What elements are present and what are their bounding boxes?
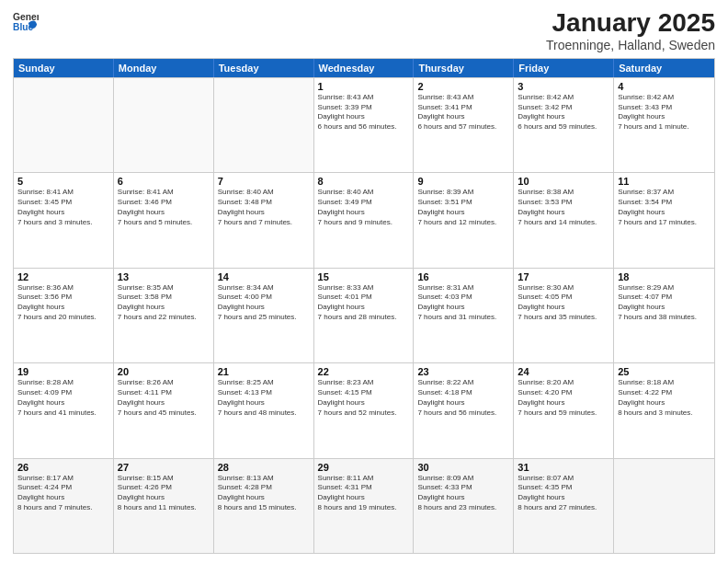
day-number: 2 [417,81,509,92]
day-cell-16: 16Sunrise: 8:31 AMSunset: 4:03 PMDayligh… [414,269,514,362]
title-area: January 2025 Troenninge, Halland, Sweden [546,9,715,52]
day-info: Sunrise: 8:36 AMSunset: 3:56 PMDaylight … [17,283,109,323]
day-number: 28 [218,462,310,473]
header-day-monday: Monday [114,59,214,77]
svg-text:General: General [13,12,39,22]
day-cell-15: 15Sunrise: 8:33 AMSunset: 4:01 PMDayligh… [314,269,415,362]
day-info: Sunrise: 8:11 AMSunset: 4:31 PMDaylight … [318,474,410,513]
day-cell-17: 17Sunrise: 8:30 AMSunset: 4:05 PMDayligh… [514,269,614,362]
day-info: Sunrise: 8:17 AMSunset: 4:24 PMDaylight … [17,474,109,513]
day-number: 16 [417,271,509,282]
day-number: 10 [518,176,609,187]
day-cell-26: 26Sunrise: 8:17 AMSunset: 4:24 PMDayligh… [14,459,114,553]
day-number: 15 [318,271,410,282]
day-number: 22 [318,366,410,377]
day-number: 19 [17,366,109,377]
day-number: 5 [17,176,109,187]
day-cell-12: 12Sunrise: 8:36 AMSunset: 3:56 PMDayligh… [14,269,114,362]
day-cell-9: 9Sunrise: 8:39 AMSunset: 3:51 PMDaylight… [414,173,514,267]
day-number: 23 [417,366,509,377]
day-info: Sunrise: 8:34 AMSunset: 4:00 PMDaylight … [218,283,310,323]
month-title: January 2025 [546,9,715,38]
day-cell-31: 31Sunrise: 8:07 AMSunset: 4:35 PMDayligh… [514,459,614,553]
day-info: Sunrise: 8:40 AMSunset: 3:49 PMDaylight … [318,188,410,227]
day-number: 7 [218,176,310,187]
day-info: Sunrise: 8:38 AMSunset: 3:53 PMDaylight … [518,188,609,227]
day-info: Sunrise: 8:30 AMSunset: 4:05 PMDaylight … [518,283,609,323]
calendar-body: 1Sunrise: 8:43 AMSunset: 3:39 PMDaylight… [14,77,714,553]
empty-cell [114,78,214,172]
day-cell-25: 25Sunrise: 8:18 AMSunset: 4:22 PMDayligh… [614,363,714,457]
day-cell-8: 8Sunrise: 8:40 AMSunset: 3:49 PMDaylight… [314,173,415,267]
empty-cell [214,78,314,172]
day-cell-18: 18Sunrise: 8:29 AMSunset: 4:07 PMDayligh… [614,269,714,362]
day-number: 24 [518,366,609,377]
day-cell-14: 14Sunrise: 8:34 AMSunset: 4:00 PMDayligh… [214,269,314,362]
day-info: Sunrise: 8:43 AMSunset: 3:41 PMDaylight … [417,93,509,132]
day-info: Sunrise: 8:22 AMSunset: 4:18 PMDaylight … [417,378,509,418]
day-number: 26 [17,462,109,473]
day-cell-24: 24Sunrise: 8:20 AMSunset: 4:20 PMDayligh… [514,363,614,457]
day-cell-2: 2Sunrise: 8:43 AMSunset: 3:41 PMDaylight… [414,78,514,172]
day-cell-20: 20Sunrise: 8:26 AMSunset: 4:11 PMDayligh… [114,363,214,457]
day-cell-30: 30Sunrise: 8:09 AMSunset: 4:33 PMDayligh… [414,459,514,553]
day-cell-1: 1Sunrise: 8:43 AMSunset: 3:39 PMDaylight… [314,78,415,172]
calendar-row-4: 26Sunrise: 8:17 AMSunset: 4:24 PMDayligh… [14,458,714,553]
day-info: Sunrise: 8:42 AMSunset: 3:42 PMDaylight … [518,93,609,132]
calendar: SundayMondayTuesdayWednesdayThursdayFrid… [13,58,715,554]
header-day-thursday: Thursday [414,59,514,77]
day-cell-21: 21Sunrise: 8:25 AMSunset: 4:13 PMDayligh… [214,363,314,457]
day-number: 13 [118,271,210,282]
day-info: Sunrise: 8:41 AMSunset: 3:45 PMDaylight … [17,188,109,227]
day-number: 31 [518,462,609,473]
svg-text:Blue: Blue [13,22,34,32]
day-info: Sunrise: 8:09 AMSunset: 4:33 PMDaylight … [417,474,509,513]
day-cell-4: 4Sunrise: 8:42 AMSunset: 3:43 PMDaylight… [614,78,714,172]
day-cell-22: 22Sunrise: 8:23 AMSunset: 4:15 PMDayligh… [314,363,415,457]
header-day-saturday: Saturday [614,59,714,77]
day-cell-10: 10Sunrise: 8:38 AMSunset: 3:53 PMDayligh… [514,173,614,267]
day-number: 9 [417,176,509,187]
day-info: Sunrise: 8:31 AMSunset: 4:03 PMDaylight … [417,283,509,323]
day-cell-23: 23Sunrise: 8:22 AMSunset: 4:18 PMDayligh… [414,363,514,457]
day-cell-6: 6Sunrise: 8:41 AMSunset: 3:46 PMDaylight… [114,173,214,267]
day-cell-28: 28Sunrise: 8:13 AMSunset: 4:28 PMDayligh… [214,459,314,553]
day-info: Sunrise: 8:18 AMSunset: 4:22 PMDaylight … [618,378,711,418]
day-cell-5: 5Sunrise: 8:41 AMSunset: 3:45 PMDaylight… [14,173,114,267]
day-number: 27 [118,462,210,473]
day-number: 30 [417,462,509,473]
day-number: 17 [518,271,609,282]
day-cell-19: 19Sunrise: 8:28 AMSunset: 4:09 PMDayligh… [14,363,114,457]
header-day-sunday: Sunday [14,59,114,77]
day-info: Sunrise: 8:23 AMSunset: 4:15 PMDaylight … [318,378,410,418]
calendar-header: SundayMondayTuesdayWednesdayThursdayFrid… [14,59,714,77]
empty-cell [614,459,714,553]
day-info: Sunrise: 8:28 AMSunset: 4:09 PMDaylight … [17,378,109,418]
calendar-row-0: 1Sunrise: 8:43 AMSunset: 3:39 PMDaylight… [14,77,714,172]
day-cell-7: 7Sunrise: 8:40 AMSunset: 3:48 PMDaylight… [214,173,314,267]
day-number: 6 [118,176,210,187]
day-info: Sunrise: 8:15 AMSunset: 4:26 PMDaylight … [118,474,210,513]
day-info: Sunrise: 8:33 AMSunset: 4:01 PMDaylight … [318,283,410,323]
logo-icon: General Blue [13,9,39,35]
day-number: 8 [318,176,410,187]
day-info: Sunrise: 8:40 AMSunset: 3:48 PMDaylight … [218,188,310,227]
day-info: Sunrise: 8:35 AMSunset: 3:58 PMDaylight … [118,283,210,323]
location: Troenninge, Halland, Sweden [546,38,715,52]
empty-cell [14,78,114,172]
header-day-tuesday: Tuesday [214,59,314,77]
day-info: Sunrise: 8:07 AMSunset: 4:35 PMDaylight … [518,474,609,513]
page-header: General Blue January 2025 Troenninge, Ha… [13,9,715,52]
day-number: 4 [618,81,711,92]
day-info: Sunrise: 8:41 AMSunset: 3:46 PMDaylight … [118,188,210,227]
day-cell-29: 29Sunrise: 8:11 AMSunset: 4:31 PMDayligh… [314,459,415,553]
logo: General Blue [13,9,39,35]
day-info: Sunrise: 8:25 AMSunset: 4:13 PMDaylight … [218,378,310,418]
day-info: Sunrise: 8:20 AMSunset: 4:20 PMDaylight … [518,378,609,418]
day-number: 25 [618,366,711,377]
day-info: Sunrise: 8:42 AMSunset: 3:43 PMDaylight … [618,93,711,132]
calendar-row-2: 12Sunrise: 8:36 AMSunset: 3:56 PMDayligh… [14,268,714,362]
calendar-row-1: 5Sunrise: 8:41 AMSunset: 3:45 PMDaylight… [14,172,714,267]
day-info: Sunrise: 8:13 AMSunset: 4:28 PMDaylight … [218,474,310,513]
day-number: 20 [118,366,210,377]
